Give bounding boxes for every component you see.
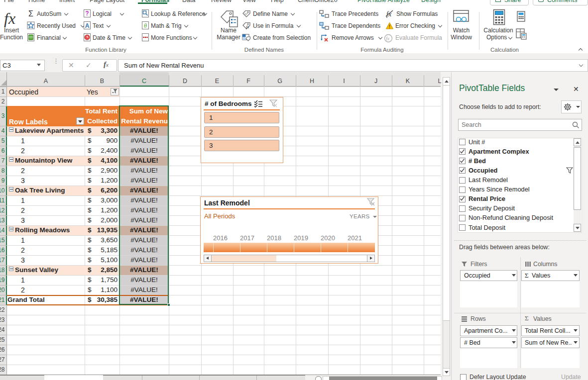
svg-text:fx: fx	[386, 10, 392, 18]
svg-text:fx: fx	[386, 36, 390, 41]
svg-text:fx: fx	[246, 24, 249, 29]
svg-text:?: ?	[85, 10, 89, 17]
svg-text:A: A	[85, 22, 90, 29]
svg-text:Σ: Σ	[28, 9, 33, 17]
svg-text:θ: θ	[144, 22, 147, 29]
